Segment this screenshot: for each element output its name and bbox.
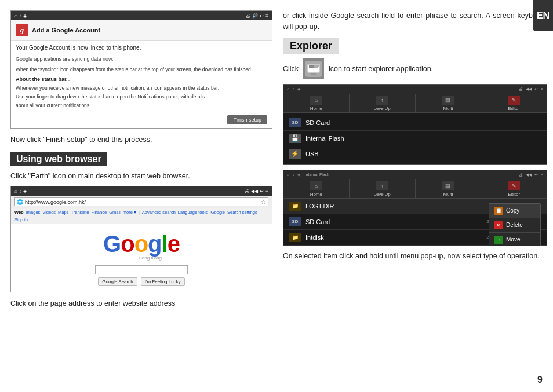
statusbar-menu-icon: ≡ <box>541 87 543 91</box>
context-menu-move[interactable]: → Move <box>489 233 540 246</box>
explorer-icon-desc: icon to start explorer application. <box>329 65 433 73</box>
click-label: Click <box>283 65 299 73</box>
explorer-file-list-1: SD SD Card 💾 Internal Flash ⚡ USB <box>283 113 547 164</box>
link-images[interactable]: Images <box>26 210 41 215</box>
volume-icon: 🔊 <box>252 13 258 19</box>
tab-editor[interactable]: ✎ Editor <box>481 94 547 112</box>
logo-e: e <box>168 231 180 257</box>
explorer-app-icon <box>303 58 324 79</box>
list-item[interactable]: SD SD Card <box>283 115 547 131</box>
statusbar2-back-icon: ↩ <box>534 173 538 177</box>
lostdir-label: LOST.DIR <box>305 203 334 210</box>
explorer-tabs-1: ⌂ Home ↑ LevelUp ▤ Multi ✎ Editor <box>283 94 547 113</box>
tab-editor-label: Editor <box>508 106 520 111</box>
statusbar2-home-icon: ⌂ <box>287 173 289 177</box>
move-menu-icon: → <box>494 236 503 244</box>
linked-message: Your Google Account is now linked to thi… <box>16 44 267 52</box>
link-igoogle[interactable]: iGoogle <box>210 210 225 215</box>
list-item[interactable]: ⚡ USB <box>283 146 547 162</box>
tab-home[interactable]: ⌂ Home <box>283 94 350 112</box>
statusbar2-print-icon: 🖨 <box>519 173 523 177</box>
tab2-home-label: Home <box>310 192 322 197</box>
tab2-levelup-label: LevelUp <box>373 192 390 197</box>
context-menu-delete[interactable]: ✕ Delete <box>489 218 540 233</box>
google-search-button[interactable]: Google Search <box>98 277 137 286</box>
statusbar-left-1: ⌂ ↕ ◈ <box>287 87 300 91</box>
link-maps[interactable]: Maps <box>58 210 68 215</box>
explorer-screenshot-1: ⌂ ↕ ◈ 🖨 ◀◀ ↩ ≡ ⌂ Home ↑ LevelUp <box>283 84 547 165</box>
tab2-multi-icon: ▤ <box>442 181 454 190</box>
account-header: g Add a Google Account <box>11 20 272 41</box>
svg-rect-4 <box>314 65 319 67</box>
tab-levelup-icon: ↑ <box>376 96 388 105</box>
explorer-statusbar-2: ⌂ ↕ ◈ Internal Flash 🖨 ◀◀ ↩ ≡ <box>283 170 547 179</box>
statusbar2-right: 🖨 ◀◀ ↩ ≡ <box>519 173 543 177</box>
logo-o1: o <box>121 231 134 257</box>
finish-setup-button[interactable]: Finish setup <box>227 115 267 124</box>
statusbar-vol-icon: ◀◀ <box>526 87 532 91</box>
statusbar2-vol-icon: ◀◀ <box>526 173 532 177</box>
account-header-title: Add a Google Account <box>32 27 100 34</box>
context-menu-copy[interactable]: 📋 Copy <box>489 204 540 218</box>
lostdir-icon: 📁 <box>289 202 301 211</box>
link-signin[interactable]: Sign in <box>14 217 28 222</box>
list-item[interactable]: 💾 Internal Flash <box>283 131 547 146</box>
internal-flash-icon: 💾 <box>289 134 301 143</box>
print-icon: 🖨 <box>246 13 250 19</box>
link-gmail[interactable]: Gmail <box>109 210 121 215</box>
statusbar-home-icon: ⌂ <box>287 87 289 91</box>
tab2-multi[interactable]: ▤ Multi <box>416 179 482 198</box>
left-column: ⌂ ↕ ◈ 🖨 🔊 ↩ ≡ g Add a Google Account <box>10 10 283 382</box>
explorer-tabs-2: ⌂ Home ↑ LevelUp ▤ Multi ✎ Editor <box>283 179 547 199</box>
tab-home-icon: ⌂ <box>310 96 322 105</box>
statusbar-wifi-icon: ◈ <box>297 87 300 91</box>
google-search-box[interactable] <box>95 265 188 274</box>
link-web[interactable]: Web <box>14 210 24 215</box>
tab-multi[interactable]: ▤ Multi <box>416 94 482 112</box>
address-bar[interactable]: 🌐 http://www.google.com.hk/ ☆ <box>14 197 268 206</box>
browser-screenshot: ⌂ ↕ ◈ 🖨 ◀◀ ↩ ≡ 🌐 http://www.google.com.h… <box>10 186 272 292</box>
tab-editor-icon: ✎ <box>508 96 520 105</box>
browser-menu-icon: ≡ <box>265 189 268 194</box>
usb-label: USB <box>305 151 319 157</box>
google-logo: Google <box>103 232 180 255</box>
svg-rect-3 <box>309 65 314 68</box>
google-g-icon: g <box>16 24 28 36</box>
tab2-editor-label: Editor <box>508 192 520 197</box>
language-badge: EN <box>533 0 553 31</box>
link-more[interactable]: more ▾ <box>123 210 136 215</box>
link-videos[interactable]: Videos <box>42 210 56 215</box>
browser-print-icon: 🖨 <box>245 189 249 194</box>
link-lang[interactable]: Language tools <box>178 210 208 215</box>
explorer-statusbar-1: ⌂ ↕ ◈ 🖨 ◀◀ ↩ ≡ <box>283 85 547 94</box>
tab2-home[interactable]: ⌂ Home <box>283 179 350 198</box>
tab2-levelup-icon: ↑ <box>376 181 388 190</box>
link-finance[interactable]: Finance <box>91 210 107 215</box>
tab-levelup-label: LevelUp <box>373 106 390 111</box>
explorer-heading: Explorer <box>283 38 339 54</box>
link-translate[interactable]: Translate <box>71 210 89 215</box>
tab2-editor-icon: ✎ <box>508 181 520 190</box>
tab-multi-icon: ▤ <box>442 96 454 105</box>
statusbar-right-1: 🖨 ◀◀ ↩ ≡ <box>519 87 543 91</box>
google-hk-text: Hong Kong <box>139 255 162 261</box>
tab2-editor[interactable]: ✎ Editor <box>481 179 547 198</box>
context-menu: 📋 Copy ✕ Delete → Move 📄 Paste <box>489 203 541 246</box>
address-url: http://www.google.com.hk/ <box>25 199 86 205</box>
right-bottom-text: On selected item click and hold until me… <box>283 251 547 262</box>
link-advanced[interactable]: Advanced search <box>142 210 176 215</box>
internal-flash-label: Internal Flash <box>305 135 344 142</box>
feeling-lucky-button[interactable]: I'm Feeling Lucky <box>141 277 185 286</box>
tab2-levelup[interactable]: ↑ LevelUp <box>350 179 416 198</box>
explorer-icon-row: Click icon to start explorer application… <box>283 58 547 79</box>
move-label: Move <box>506 236 520 243</box>
link-settings[interactable]: Search settings <box>227 210 257 215</box>
right-intro-text: or click inside Google search field to e… <box>283 10 547 32</box>
logo-o2: o <box>134 231 148 257</box>
tab-levelup[interactable]: ↑ LevelUp <box>350 94 416 112</box>
account-body: Your Google Account is now linked to thi… <box>11 41 272 113</box>
notification-note: Whenever you receive a new message or ot… <box>16 85 267 92</box>
search-buttons: Google Search I'm Feeling Lucky <box>98 277 184 286</box>
menu-icon: ≡ <box>265 13 268 19</box>
bookmark-icon: ☆ <box>261 199 266 205</box>
